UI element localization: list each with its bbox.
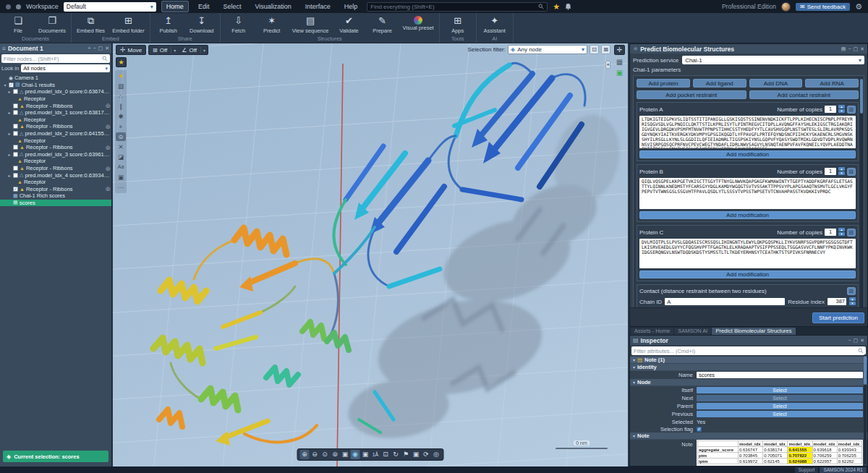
checkbox[interactable]: ✓ [13,110,18,115]
protein-a-sequence-input[interactable]: LTDKIGTEIGPKVSLIDTSSTITIPANIGLLGSKISQSTS… [639,116,856,148]
hamburger-icon[interactable]: ≡ [2,45,6,52]
frame-icon[interactable]: ▣ [412,450,421,459]
add-dna-button[interactable]: Add DNA [749,79,803,88]
zoom-selection-icon[interactable]: ⊚ [331,450,340,459]
menu-visualization[interactable]: Visualization [250,1,295,12]
view-box-icon[interactable]: ▣ [341,450,350,459]
tool-icon[interactable]: ∥ [116,102,126,111]
eye-icon[interactable]: ◎ [106,166,111,171]
expander-icon[interactable]: ▸ [7,173,12,178]
start-prediction-button[interactable]: Start prediction [812,312,864,323]
eye-icon[interactable]: ◎ [106,145,111,150]
close-icon[interactable]: ✕ [860,46,864,52]
add-modification-button[interactable]: Add modification [639,211,856,219]
assistant-button[interactable]: ✦Assistant [480,14,509,34]
selection-flag-checkbox[interactable]: ✓ [697,427,702,432]
pick-target-button[interactable]: ⌖ [605,61,610,69]
select-parent-button[interactable]: Select [697,403,863,409]
tree-item-rich-scores[interactable]: ▦Chai-1 Rich scores [0,192,111,200]
delete-protein-button[interactable]: ⊟ [847,106,856,114]
visual-preset-button[interactable]: Visual preset [401,14,435,31]
note-content[interactable]: model_idx_0model_idx_1model_idx_2model_i… [697,440,863,466]
filter-attributes-field[interactable] [631,346,866,355]
note-subsection-header[interactable]: ▾Note [630,432,867,440]
close-icon[interactable]: ✕ [105,46,109,51]
measure-tool-icon[interactable]: ▣ [616,69,623,77]
add-rna-button[interactable]: Add RNA [805,79,859,88]
filter-nodes-field[interactable] [1,54,110,63]
tree-item-ribbons[interactable]: ✓▲Receptor - Ribbons◎ [0,165,111,172]
tool-icon[interactable]: ⋯ [116,183,126,192]
delete-protein-button[interactable]: ⊟ [847,168,856,176]
residue-index-input[interactable]: 387 [827,298,846,305]
tree-item-camera[interactable]: ◉Camera 1 [0,74,111,82]
look-in-select[interactable]: All nodes▾ [21,64,110,72]
minimize-icon[interactable]: − [93,46,95,51]
checkbox[interactable]: ✓ [13,152,18,157]
chevron-down-icon[interactable]: ▾ [201,48,208,53]
workspace-select[interactable]: Default▾ [64,2,156,12]
fetch-button[interactable]: ⇩Fetch [224,14,253,34]
tool-icon[interactable]: ▣ [116,173,126,182]
menu-help[interactable]: Help [340,1,362,12]
view-plane-icon[interactable]: ▣ [361,450,370,459]
select-previous-button[interactable]: Select [697,411,863,417]
expander-icon[interactable]: ▸ [7,89,12,94]
copies-stepper[interactable]: ▴▾ [838,228,845,236]
residue-stepper[interactable]: ▴▾ [849,297,856,306]
copies-value[interactable]: 1 [825,168,836,175]
menu-interface[interactable]: Interface [301,1,335,12]
minimize-icon[interactable]: − [848,338,851,344]
tree-item-ribbons[interactable]: ✓▲Receptor - Ribbons◎ [0,102,111,109]
file-button[interactable]: ❏File [4,14,33,34]
tool-icon[interactable]: ★ [116,72,126,80]
tree-item-model[interactable]: ▸✓△pred.model_idx_0 score:0.636747 iptm:… [0,88,111,95]
prepare-button[interactable]: ✎Prepare [367,14,396,34]
copies-stepper[interactable]: ▴▾ [838,167,845,176]
copies-value[interactable]: 1 [825,106,836,113]
grid-tool-icon[interactable]: ▦ [616,58,623,66]
checkbox[interactable]: ✓ [13,166,18,171]
selection-filter-select[interactable]: ◈Any node▾ [508,45,587,54]
prediction-service-select[interactable]: Chai-1▾ [682,56,864,64]
send-feedback-button[interactable]: ✉Send feedback [796,3,850,11]
close-icon[interactable]: ✕ [860,338,864,344]
tool-icon[interactable]: ✕ [116,142,126,151]
zoom-out-icon[interactable]: ⊖ [310,450,320,459]
tool-icon[interactable]: ◪ [116,153,126,161]
chain-id-input[interactable]: A [665,298,785,305]
minimize-icon[interactable]: − [848,46,851,52]
zoom-in-icon[interactable]: ⊕ [300,450,310,459]
copies-value[interactable]: 1 [825,229,836,236]
tree-item-model[interactable]: ▸✓△pred.model_idx_1 score:0.638174 iptm:… [0,109,111,116]
tree-item-receptor[interactable]: ▲Receptor [0,137,111,144]
select-all-button[interactable]: ⊡ [590,45,599,54]
tree-item-receptor[interactable]: ▲Receptor [0,158,111,165]
tool-icon[interactable]: Aa [116,163,126,171]
delete-contact-button[interactable]: ⊟ [847,287,856,295]
predict-button[interactable]: ✶Predict [258,14,286,34]
menu-edit[interactable]: Edit [194,1,214,12]
note-section-header[interactable]: ▾▤Note (1) [630,357,867,364]
tree-item-model[interactable]: ▸✓△pred.model_idx_4 score:0.639343 iptm:… [0,171,111,179]
download-button[interactable]: ↧Download [187,14,216,34]
angstrom-scale-icon[interactable]: 1Å [371,450,380,459]
tool-icon[interactable]: ▨ [116,82,126,90]
checkbox[interactable]: ✓ [13,145,18,150]
checkbox[interactable]: ✓ [13,187,18,192]
checkbox[interactable]: ✓ [13,89,18,94]
expander-icon[interactable]: ▸ [7,152,12,157]
tree-item-receptor[interactable]: ▲Receptor [0,179,111,186]
publish-button[interactable]: ↥Publish [154,14,183,34]
embed-files-button[interactable]: ⧉Embed files [75,14,106,34]
checkbox[interactable]: ✓ [13,103,18,108]
deselect-button[interactable]: ⊠ [601,45,610,54]
angle-snap-toggle[interactable]: ∠Off [178,47,201,54]
expander-icon[interactable]: ▸ [7,110,12,115]
apps-button[interactable]: ⊞Apps [443,14,472,34]
tab-samson-ai[interactable]: SAMSON AI [674,328,711,335]
search-input[interactable] [370,4,538,10]
select-next-button[interactable]: Select [697,395,863,401]
flag-icon[interactable]: ⚑ [401,450,411,459]
tree-item-model[interactable]: ▸✓△pred.model_idx_3 score:0.639618 iptm:… [0,151,111,158]
